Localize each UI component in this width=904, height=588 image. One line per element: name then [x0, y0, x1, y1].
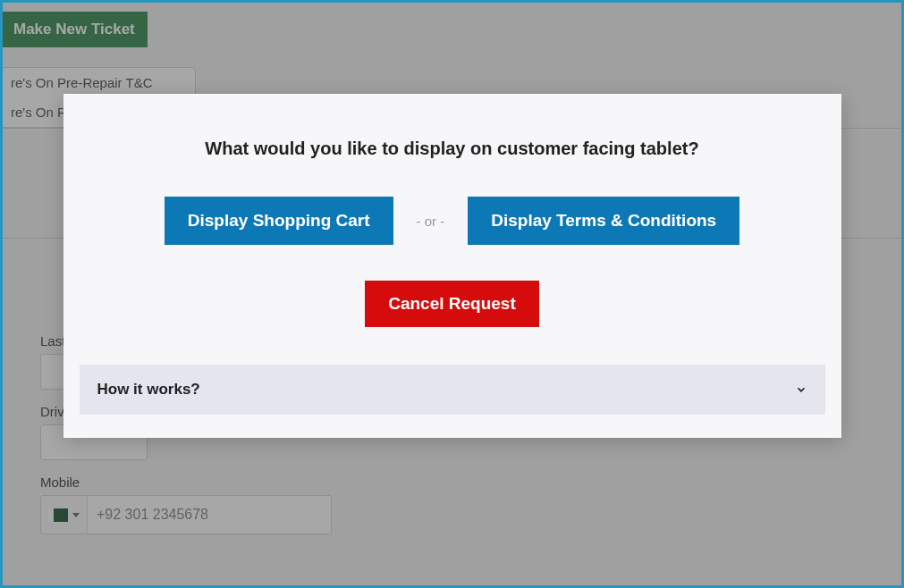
modal-button-row: Display Shopping Cart - or - Display Ter…: [80, 197, 825, 245]
chevron-down-icon: [795, 383, 807, 396]
display-terms-conditions-button[interactable]: Display Terms & Conditions: [468, 197, 739, 245]
modal-title: What would you like to display on custom…: [80, 139, 825, 159]
or-separator: - or -: [417, 214, 445, 229]
display-shopping-cart-button[interactable]: Display Shopping Cart: [165, 197, 393, 245]
accordion-title: How it works?: [97, 381, 200, 399]
cancel-request-button[interactable]: Cancel Request: [365, 281, 539, 327]
display-choice-modal: What would you like to display on custom…: [63, 94, 841, 438]
how-it-works-accordion[interactable]: How it works?: [80, 365, 825, 415]
